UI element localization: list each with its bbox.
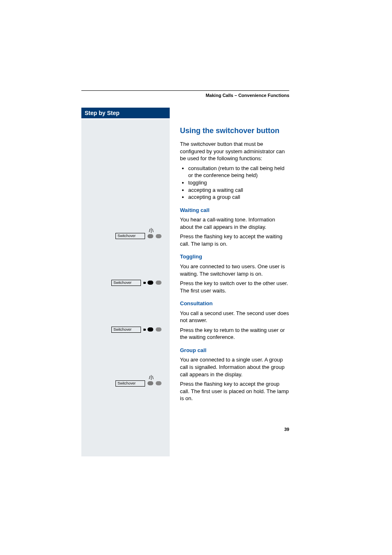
button-icon	[156, 281, 161, 285]
led-on-icon	[148, 281, 153, 285]
button-icon	[156, 381, 161, 385]
flashing-icon	[148, 375, 154, 380]
list-item: consultation (return to the call being h…	[188, 165, 289, 179]
step-by-step-header: Step by Step	[81, 108, 170, 118]
key-label: Switchover	[111, 327, 141, 333]
switchover-key-flashing: Switchover	[81, 380, 170, 387]
flashing-icon	[148, 228, 154, 233]
waiting-call-text: You hear a call-waiting tone. Informatio…	[180, 216, 289, 230]
key-label: Switchover	[111, 280, 141, 286]
waiting-call-action: Press the flashing key to accept the wai…	[180, 233, 289, 247]
intro-paragraph: The switchover button that must be confi…	[180, 140, 289, 162]
led-on-icon	[148, 327, 153, 332]
group-call-heading: Group call	[180, 347, 289, 354]
switchover-key-on: Switchover	[81, 280, 170, 286]
list-item: accepting a group call	[188, 193, 289, 201]
toggling-text: You are connected to two users. One user…	[180, 263, 289, 277]
section-title: Using the switchover button	[180, 126, 289, 136]
consultation-heading: Consultation	[180, 300, 289, 307]
led-tail-icon	[143, 282, 146, 284]
list-item: toggling	[188, 179, 289, 187]
led-tail-icon	[143, 329, 146, 331]
function-list: consultation (return to the call being h…	[180, 165, 289, 201]
switchover-key-flashing: Switchover	[81, 233, 170, 239]
sidebar-background	[81, 119, 170, 456]
button-icon	[156, 327, 161, 332]
breadcrumb: Making Calls – Convenience Functions	[81, 93, 289, 98]
led-icon	[148, 234, 153, 238]
consultation-action: Press the key to return to the waiting u…	[180, 327, 289, 341]
list-item: accepting a waiting call	[188, 187, 289, 194]
group-call-action: Press the flashing key to accept the gro…	[180, 380, 289, 402]
toggling-action: Press the key to switch over to the othe…	[180, 280, 289, 294]
group-call-text: You are connected to a single user. A gr…	[180, 356, 289, 378]
waiting-call-heading: Waiting call	[180, 207, 289, 214]
led-icon	[148, 381, 153, 385]
switchover-key-on: Switchover	[81, 327, 170, 333]
key-label: Switchover	[115, 233, 145, 239]
consultation-text: You call a second user. The second user …	[180, 310, 289, 324]
button-icon	[156, 234, 161, 238]
key-label: Switchover	[115, 380, 145, 387]
toggling-heading: Toggling	[180, 253, 289, 260]
